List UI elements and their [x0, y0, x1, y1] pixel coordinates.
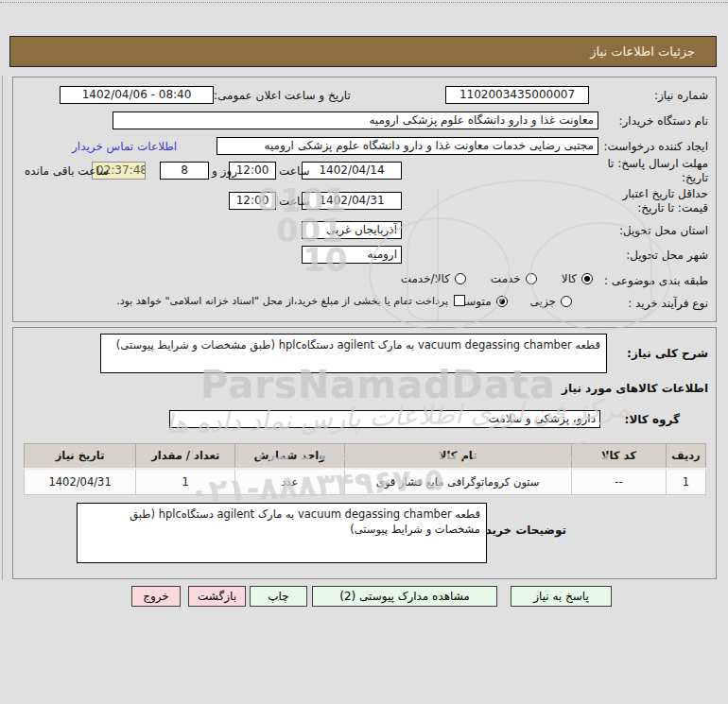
buyer-org-label: نام دستگاه خریدار:: [619, 114, 709, 128]
price-validity-hour-label: ساعت: [279, 195, 310, 208]
exit-button[interactable]: خروج: [131, 586, 181, 607]
need-number-field[interactable]: 1102003435000007: [445, 86, 589, 104]
col-item-name: نام کالا: [344, 444, 571, 469]
radio-goods-icon[interactable]: [581, 273, 593, 284]
cell-need-date: 1402/04/31: [25, 469, 136, 495]
top-divider: [0, 2, 728, 3]
announce-datetime-field[interactable]: 1402/04/06 - 08:40: [60, 86, 214, 104]
col-quantity: تعداد / مقدار: [136, 444, 235, 469]
need-items-panel: شرح کلی نیاز: قطعه vacuum degassing cham…: [12, 327, 717, 579]
radio-goods-label: کالا: [562, 272, 577, 285]
cell-unit: عدد: [235, 469, 344, 495]
radio-goods-service-label: کالا/خدمت: [401, 272, 450, 285]
price-validity-date-field[interactable]: 1402/04/31: [302, 192, 402, 210]
deadline-date-field[interactable]: 1402/04/14: [302, 162, 402, 180]
back-button[interactable]: بازگشت: [188, 586, 246, 607]
radio-option-goods-service[interactable]: کالا/خدمت: [401, 272, 466, 285]
radio-medium-icon[interactable]: [496, 296, 508, 307]
col-item-code: کد کالا: [571, 444, 666, 469]
radio-goods-service-icon[interactable]: [455, 273, 466, 284]
city-field[interactable]: ارومیه: [302, 246, 402, 264]
radio-partial-label: جزیی: [530, 295, 556, 308]
creator-label: ایجاد کننده درخواست:: [603, 140, 708, 153]
need-details-page: جزئیات اطلاعات نیاز شماره نیاز: 11020034…: [0, 0, 728, 704]
announce-datetime-label: تاریخ و ساعت اعلان عمومی:: [214, 89, 351, 102]
cell-row-number: 1: [666, 469, 705, 495]
deadline-label: مهلت ارسال پاسخ: تا تاریخ:: [593, 157, 708, 185]
respond-to-need-button[interactable]: پاسخ به نیاز: [511, 586, 612, 607]
radio-option-service[interactable]: خدمت: [491, 272, 537, 285]
deadline-hour-label: ساعت: [279, 164, 310, 178]
radio-partial-icon[interactable]: [561, 296, 572, 307]
col-need-date: تاریخ نیاز: [25, 444, 136, 469]
radio-service-label: خدمت: [491, 272, 521, 285]
need-info-panel: شماره نیاز: 1102003435000007 تاریخ و ساع…: [12, 77, 717, 322]
price-validity-time-field[interactable]: 12:00: [229, 192, 276, 210]
subject-class-radio-group: کالا خدمت کالا/خدمت: [401, 272, 593, 285]
creator-field[interactable]: مجتبی رضایی خدمات معاونت غذا و دارو دانش…: [217, 137, 598, 155]
treasury-checkbox[interactable]: [454, 295, 465, 306]
deadline-days-field[interactable]: 8: [160, 162, 209, 180]
view-attachments-button[interactable]: مشاهده مدارک پیوستی (2): [312, 586, 497, 607]
buyer-contact-link[interactable]: اطلاعات تماس خریدار: [72, 140, 177, 153]
col-row-number: ردیف: [666, 444, 705, 469]
process-type-radio-group: جزیی متوسط: [456, 295, 572, 308]
subject-class-label: طبقه بندی موضوعی :: [604, 274, 708, 287]
treasury-checkbox-label: پرداخت تمام یا بخشی از مبلغ خرید،از محل …: [116, 295, 448, 307]
deadline-days-label: روز و: [212, 164, 237, 178]
province-field[interactable]: آذربایجان غربی: [302, 221, 402, 239]
left-edge-line: [2, 76, 3, 580]
items-table: ردیف کد کالا نام کالا واحد شمارش تعداد /…: [24, 443, 706, 495]
radio-option-goods[interactable]: کالا: [562, 272, 593, 285]
remaining-label: ساعت باقی مانده: [25, 164, 109, 178]
treasury-checkbox-row: پرداخت تمام یا بخشی از مبلغ خرید،از محل …: [89, 295, 465, 307]
buyer-org-field[interactable]: معاونت غذا و دارو دانشگاه علوم پزشکی ارو…: [113, 112, 598, 129]
description-label: شرح کلی نیاز:: [627, 347, 708, 360]
goods-group-field[interactable]: دارو، پزشکی و سلامت: [169, 410, 600, 428]
page-title: جزئیات اطلاعات نیاز: [9, 36, 717, 67]
process-type-label: نوع فرآیند خرید :: [628, 297, 708, 310]
province-label: استان محل تحویل:: [619, 224, 708, 237]
items-heading: اطلاعات کالاهای مورد نیاز: [562, 382, 708, 395]
city-label: شهر محل تحویل:: [626, 249, 708, 262]
radio-option-partial[interactable]: جزیی: [530, 295, 572, 308]
description-field[interactable]: قطعه vacuum degassing chamber به مارک ag…: [100, 334, 607, 373]
cell-item-name: ستون کروماتوگرافی مایع فشار قوی: [344, 469, 571, 495]
items-table-header-row: ردیف کد کالا نام کالا واحد شمارش تعداد /…: [25, 444, 706, 469]
buyer-notes-field[interactable]: قطعه vacuum degassing chamber به مارک ag…: [77, 503, 487, 563]
cell-item-code: --: [571, 469, 666, 495]
price-validity-label: حداقل تاریخ اعتبار قیمت: تا تاریخ:: [593, 187, 708, 215]
need-number-label: شماره نیاز:: [654, 89, 708, 102]
table-row: 1 -- ستون کروماتوگرافی مایع فشار قوی عدد…: [25, 469, 706, 495]
radio-service-icon[interactable]: [526, 273, 537, 284]
goods-group-label: گروه کالا:: [625, 413, 680, 426]
col-unit: واحد شمارش: [235, 444, 344, 469]
cell-quantity: 1: [136, 469, 235, 495]
print-button[interactable]: چاپ: [250, 586, 307, 607]
